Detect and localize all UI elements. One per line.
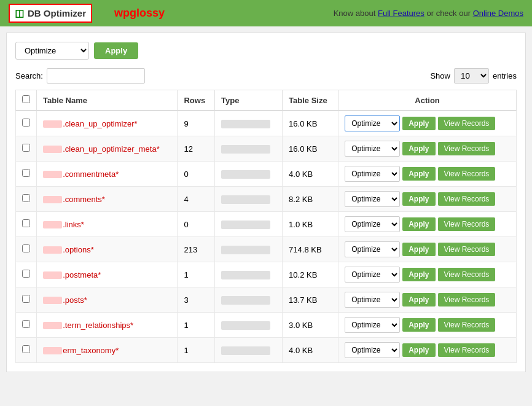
table-row: ████.posts*313.7 KBOptimizeRepairCheckAn… [16,287,517,313]
row-size-cell: 16.0 KB [283,136,338,162]
table-name-link[interactable]: .posts* [63,295,87,305]
table-row: ████.term_relationships*13.0 KBOptimizeR… [16,313,517,338]
row-table-name-cell: ████.postmeta* [37,262,178,287]
row-apply-button[interactable]: Apply [402,293,435,306]
row-action-select[interactable]: OptimizeRepairCheckAnalyze [345,191,400,207]
row-checkbox[interactable] [22,345,30,353]
toolbar-apply-button[interactable]: Apply [94,42,138,59]
row-view-records-button[interactable]: View Records [438,243,496,256]
header: ◫ DB Optimizer wpglossy Know about Full … [0,0,532,26]
row-view-records-button[interactable]: View Records [438,217,496,231]
type-blur [221,346,270,355]
online-demos-link[interactable]: Online Demos [473,9,523,18]
row-type-cell [215,162,283,187]
row-apply-button[interactable]: Apply [402,243,435,256]
row-checkbox[interactable] [22,219,30,227]
row-size-cell: 4.0 KB [283,162,338,187]
row-checkbox[interactable] [22,320,30,328]
row-action-cell: OptimizeRepairCheckAnalyzeApplyView Reco… [338,187,517,212]
prefix-blur: ████ [43,171,62,178]
search-input[interactable] [47,68,145,84]
row-checkbox[interactable] [22,194,30,202]
row-size-cell: 10.2 KB [283,262,338,287]
main-content: OptimizeRepairCheckAnalyze Apply Search:… [6,33,526,372]
row-checkbox[interactable] [22,270,30,278]
table-name-link[interactable]: .clean_up_optimizer* [63,119,137,128]
row-view-records-button[interactable]: View Records [438,268,496,281]
row-checkbox[interactable] [22,244,30,252]
row-apply-button[interactable]: Apply [402,167,435,181]
header-table-size: Table Size [283,90,338,111]
row-action-select[interactable]: OptimizeRepairCheckAnalyze [345,292,400,308]
row-checkbox[interactable] [22,169,30,177]
action-cell: OptimizeRepairCheckAnalyzeApplyView Reco… [345,317,510,333]
table-header-row: Table Name Rows Type Table Size Action [16,90,517,111]
full-features-link[interactable]: Full Features [378,9,424,18]
table-row: ████.comments*48.2 KBOptimizeRepairCheck… [16,187,517,212]
row-action-select[interactable]: OptimizeRepairCheckAnalyze [345,317,400,333]
row-apply-button[interactable]: Apply [402,117,435,130]
row-view-records-button[interactable]: View Records [438,117,496,130]
table-name-link[interactable]: .commentmeta* [63,170,119,179]
type-blur [221,246,270,254]
type-blur [221,321,270,330]
row-type-cell [215,136,283,162]
table-name-link[interactable]: .comments* [63,195,105,204]
show-entries-select[interactable]: 102550100 [454,68,489,84]
row-view-records-button[interactable]: View Records [438,318,496,332]
row-checkbox-cell [16,237,37,262]
action-cell: OptimizeRepairCheckAnalyzeApplyView Reco… [345,191,510,207]
row-type-cell [215,287,283,313]
prefix-blur: ████ [43,347,62,354]
toolbar: OptimizeRepairCheckAnalyze Apply [15,42,517,60]
row-view-records-button[interactable]: View Records [438,142,496,155]
table-row: ████erm_taxonomy*14.0 KBOptimizeRepairCh… [16,338,517,363]
row-action-select[interactable]: OptimizeRepairCheckAnalyze [345,342,400,358]
row-apply-button[interactable]: Apply [402,192,435,206]
row-checkbox[interactable] [22,119,30,127]
row-apply-button[interactable]: Apply [402,268,435,281]
table-name-link[interactable]: .postmeta* [63,270,101,279]
row-apply-button[interactable]: Apply [402,217,435,231]
row-apply-button[interactable]: Apply [402,343,435,357]
row-view-records-button[interactable]: View Records [438,167,496,181]
row-table-name-cell: ████.options* [37,237,178,262]
table-name-link[interactable]: erm_taxonomy* [63,346,119,355]
row-action-select[interactable]: OptimizeRepairCheckAnalyze [345,216,400,232]
table-name-link[interactable]: .clean_up_optimizer_meta* [63,144,160,154]
table-name-link[interactable]: .links* [63,220,84,229]
row-action-select[interactable]: OptimizeRepairCheckAnalyze [345,166,400,182]
prefix-blur: ████ [43,271,62,279]
row-action-cell: OptimizeRepairCheckAnalyzeApplyView Reco… [338,136,517,162]
table-row: ████.postmeta*110.2 KBOptimizeRepairChec… [16,262,517,287]
row-type-cell [215,237,283,262]
row-checkbox[interactable] [22,295,30,303]
row-apply-button[interactable]: Apply [402,142,435,155]
row-view-records-button[interactable]: View Records [438,343,496,357]
row-action-select[interactable]: OptimizeRepairCheckAnalyze [345,241,400,257]
row-action-select[interactable]: OptimizeRepairCheckAnalyze [345,115,400,131]
row-action-cell: OptimizeRepairCheckAnalyzeApplyView Reco… [338,338,517,363]
row-action-select[interactable]: OptimizeRepairCheckAnalyze [345,267,400,283]
header-checkbox-col [16,90,37,111]
row-apply-button[interactable]: Apply [402,318,435,332]
row-type-cell [215,262,283,287]
row-rows-cell: 9 [178,111,215,136]
row-rows-cell: 0 [178,162,215,187]
prefix-blur: ████ [43,297,62,304]
table-name-link[interactable]: .options* [63,245,94,254]
row-checkbox[interactable] [22,144,30,152]
row-action-select[interactable]: OptimizeRepairCheckAnalyze [345,141,400,157]
row-checkbox-cell [16,313,37,338]
type-blur [221,271,270,279]
row-size-cell: 1.0 KB [283,212,338,237]
row-type-cell [215,212,283,237]
row-view-records-button[interactable]: View Records [438,192,496,206]
row-type-cell [215,313,283,338]
table-name-link[interactable]: .term_relationships* [63,321,133,330]
select-all-checkbox[interactable] [22,95,30,103]
row-table-name-cell: ████erm_taxonomy* [37,338,178,363]
row-view-records-button[interactable]: View Records [438,293,496,306]
row-table-name-cell: ████.comments* [37,187,178,212]
toolbar-action-select[interactable]: OptimizeRepairCheckAnalyze [15,42,89,60]
